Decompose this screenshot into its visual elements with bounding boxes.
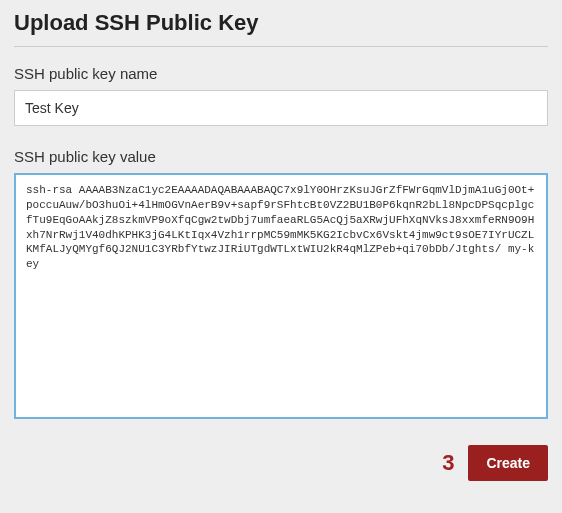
key-value-textarea[interactable]: ssh-rsa AAAAB3NzaC1yc2EAAAADAQABAAABAQC7… [14, 173, 548, 419]
key-value-label: SSH public key value [14, 148, 548, 165]
key-name-label: SSH public key name [14, 65, 548, 82]
step-number: 3 [442, 450, 454, 476]
page-title: Upload SSH Public Key [14, 10, 548, 47]
key-value-field-block: SSH public key value ssh-rsa AAAAB3NzaC1… [14, 148, 548, 423]
footer-row: 3 Create [14, 445, 548, 481]
key-name-input[interactable] [14, 90, 548, 126]
create-button[interactable]: Create [468, 445, 548, 481]
key-name-field-block: SSH public key name [14, 65, 548, 126]
